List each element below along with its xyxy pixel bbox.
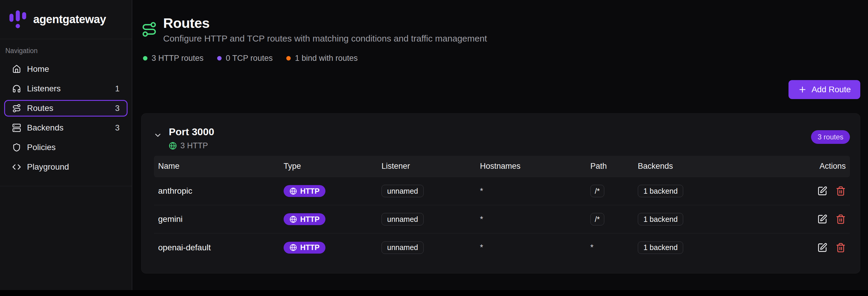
agentgateway-logo-icon [6,8,29,31]
route-icon [141,21,157,37]
table-row: anthropic HTTP unnamed * /* 1 backend [154,177,850,205]
purple-dot-icon [217,56,222,61]
port-group-subtitle: 3 HTTP [169,141,214,151]
hostnames-value: * [480,187,483,195]
sidebar-item-label: Routes [27,103,53,113]
globe-icon [289,188,297,195]
shield-icon [12,143,21,152]
port-group-header: Port 3000 3 HTTP 3 routes [142,113,860,151]
delete-route-button[interactable] [836,186,846,196]
stat-http-routes: 3 HTTP routes [143,54,204,63]
app-window: agentgateway Navigation Home Listeners 1 [0,0,868,290]
page-title: Routes [163,15,487,31]
table-row: gemini HTTP unnamed * /* 1 backend [154,205,850,233]
delete-route-button[interactable] [836,214,846,224]
sidebar-item-playground[interactable]: Playground [4,159,128,175]
column-header-type: Type [284,162,381,171]
toolbar: Add Route [141,80,860,99]
sidebar: agentgateway Navigation Home Listeners 1 [0,0,132,290]
sidebar-item-label: Policies [27,143,56,152]
stat-tcp-routes: 0 TCP routes [217,54,273,63]
backends-badge: 1 backend [638,185,683,197]
column-header-actions: Actions [813,162,846,171]
delete-route-button[interactable] [836,242,846,253]
globe-icon [169,142,177,150]
globe-icon [289,216,297,223]
sidebar-item-count: 3 [115,123,120,133]
port-group-http-count: 3 HTTP [180,141,208,151]
stat-label: 3 HTTP routes [152,54,204,63]
app-title: agentgateway [33,13,106,26]
route-icon [12,104,21,113]
sidebar-item-count: 1 [115,84,120,93]
app-logo[interactable]: agentgateway [0,0,132,39]
edit-route-button[interactable] [817,186,827,196]
http-type-badge: HTTP [284,185,326,197]
column-header-name: Name [158,162,284,171]
route-name: gemini [158,215,284,224]
window-bottom-strip [0,290,868,296]
nav-section: Navigation Home Listeners 1 [0,39,132,186]
backends-badge: 1 backend [638,213,683,225]
sidebar-item-count: 3 [115,104,120,113]
edit-route-button[interactable] [817,242,827,253]
sidebar-item-label: Playground [27,162,69,172]
green-dot-icon [143,56,148,61]
add-route-button[interactable]: Add Route [788,80,860,99]
port-group-title: Port 3000 [169,126,214,138]
stat-binds: 1 bind with routes [286,54,358,63]
route-name: openai-default [158,243,284,253]
route-name: anthropic [158,186,284,196]
sidebar-item-policies[interactable]: Policies [4,139,128,156]
sidebar-item-listeners[interactable]: Listeners 1 [4,80,128,97]
orange-dot-icon [286,56,291,61]
listener-badge: unnamed [381,213,424,225]
port-group-card: Port 3000 3 HTTP 3 routes Name Type List… [141,113,860,273]
column-header-hostnames: Hostnames [480,162,590,171]
page-header: Routes Configure HTTP and TCP routes wit… [141,15,860,43]
globe-icon [289,244,297,251]
stats-row: 3 HTTP routes 0 TCP routes 1 bind with r… [143,54,860,63]
add-route-label: Add Route [812,85,851,94]
listener-badge: unnamed [381,185,424,197]
backends-badge: 1 backend [638,241,683,254]
page-subtitle: Configure HTTP and TCP routes with match… [163,34,487,43]
code-icon [12,163,21,171]
server-icon [12,123,21,132]
path-value: * [590,243,594,252]
main-content: Routes Configure HTTP and TCP routes wit… [132,0,868,290]
http-type-badge: HTTP [284,213,326,225]
hostnames-value: * [480,215,483,224]
stat-label: 1 bind with routes [295,54,358,63]
path-badge: /* [590,185,604,197]
sidebar-item-home[interactable]: Home [4,61,128,77]
column-header-listener: Listener [381,162,480,171]
nav-section-label: Navigation [4,47,128,55]
nav-list: Home Listeners 1 Routes 3 [4,61,128,175]
hostnames-value: * [480,243,483,252]
home-icon [12,65,21,73]
chevron-down-icon[interactable] [153,131,162,140]
stat-label: 0 TCP routes [226,54,273,63]
sidebar-item-routes[interactable]: Routes 3 [4,100,128,117]
plus-icon [798,85,807,94]
sidebar-item-backends[interactable]: Backends 3 [4,120,128,136]
routes-count-badge: 3 routes [811,130,850,144]
sidebar-item-label: Listeners [27,84,61,93]
path-badge: /* [590,213,604,225]
http-type-badge: HTTP [284,242,326,254]
routes-table: Name Type Listener Hostnames Path Backen… [154,156,850,262]
sidebar-item-label: Backends [27,123,63,133]
listener-badge: unnamed [381,241,424,254]
table-row: openai-default HTTP unnamed * * 1 backen… [154,233,850,262]
sidebar-item-label: Home [27,64,49,74]
edit-route-button[interactable] [817,214,827,224]
headphones-icon [12,84,21,93]
column-header-backends: Backends [638,162,813,171]
table-header-row: Name Type Listener Hostnames Path Backen… [154,156,850,177]
column-header-path: Path [590,162,638,171]
